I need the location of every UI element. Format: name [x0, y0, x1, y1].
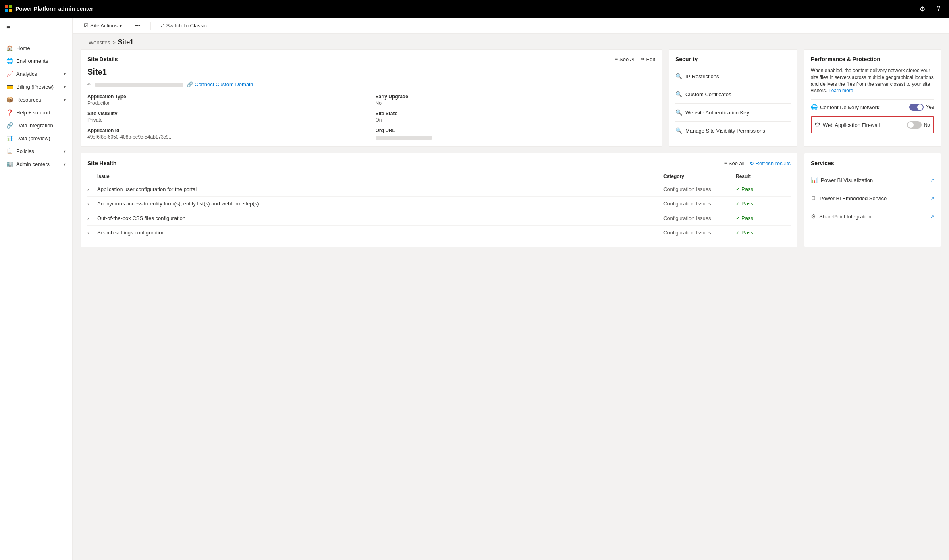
hamburger-menu[interactable]: ≡	[0, 21, 72, 35]
sidebar-label-admin-centers: Admin centers	[16, 161, 60, 167]
connect-domain-link[interactable]: 🔗 Connect Custom Domain	[187, 81, 253, 87]
waf-toggle-row: 🛡 Web Application Firewall No	[811, 116, 934, 133]
custom-certs-label: Custom Certificates	[685, 91, 731, 97]
security-item-website-auth-key[interactable]: 🔍 Website Authentication Key	[675, 104, 791, 122]
more-actions-button[interactable]: •••	[132, 21, 144, 30]
breadcrumb-separator: >	[112, 39, 116, 46]
site-health-title: Site Health	[87, 160, 116, 166]
url-edit-icon: ✏	[87, 82, 91, 87]
site-details-actions: ≡ See All ✏ Edit	[615, 56, 655, 62]
main-content: ☑ Site Actions ▾ ••• ⇌ Switch To Classic…	[73, 18, 949, 560]
connect-domain-icon: 🔗	[187, 81, 193, 87]
security-card: Security 🔍 IP Restrictions 🔍 Custom Cert…	[669, 49, 797, 147]
refresh-icon: ↻	[750, 160, 754, 166]
waf-toggle-switch[interactable]	[907, 121, 922, 129]
sidebar-item-help[interactable]: ❓ Help + support	[0, 106, 72, 119]
expand-row-2[interactable]: ›	[87, 216, 97, 221]
detail-app-type-value: Production	[87, 100, 368, 106]
service-item-power-bi-viz[interactable]: 📊 Power BI Visualization ↗	[811, 171, 934, 189]
site-actions-button[interactable]: ☑ Site Actions ▾	[81, 21, 125, 30]
topbar: Power Platform admin center ⚙ ?	[0, 0, 949, 18]
health-result-0: ✓ Pass	[736, 186, 784, 192]
site-details-card: Site Details ≡ See All ✏ Edit	[81, 49, 662, 147]
health-table-wrapper: Issue Category Result › Application user…	[87, 171, 791, 240]
health-issue-2: Out-of-the-box CSS files configuration	[97, 215, 663, 221]
site-health-actions: ≡ See all ↻ Refresh results	[724, 160, 791, 166]
health-table: Issue Category Result › Application user…	[87, 171, 791, 240]
detail-app-id-value: 49ef6f8b-6050-408b-be9c-54ab173c9...	[87, 134, 368, 140]
security-item-ip-restrictions[interactable]: 🔍 IP Restrictions	[675, 67, 791, 85]
edit-icon: ✏	[641, 56, 645, 62]
sidebar-nav: 🏠 Home 🌐 Environments 📈 Analytics ▾ 💳 Bi…	[0, 38, 72, 174]
refresh-label: Refresh results	[756, 160, 791, 166]
learn-more-link[interactable]: Learn more	[829, 88, 853, 93]
health-category-1: Configuration Issues	[663, 201, 736, 207]
sidebar-item-admin-centers[interactable]: 🏢 Admin centers ▾	[0, 158, 72, 170]
health-category-3: Configuration Issues	[663, 230, 736, 236]
services-title: Services	[811, 160, 834, 166]
action-bar-divider	[150, 22, 151, 30]
health-check-icon-1: ✓	[736, 201, 740, 207]
switch-classic-button[interactable]: ⇌ Switch To Classic	[157, 21, 210, 30]
sidebar-item-resources[interactable]: 📦 Resources ▾	[0, 93, 72, 106]
cdn-toggle-value: Yes	[909, 104, 934, 111]
sidebar-item-data-preview[interactable]: 📊 Data (preview)	[0, 132, 72, 145]
detail-app-id-label: Application Id	[87, 128, 368, 133]
security-title: Security	[675, 56, 698, 62]
health-issue-3: Search settings configuration	[97, 230, 663, 236]
col-issue: Issue	[97, 174, 663, 179]
resources-chevron: ▾	[64, 97, 66, 102]
admin-centers-icon: 🏢	[6, 161, 13, 167]
custom-certs-icon: 🔍	[675, 91, 682, 97]
settings-icon[interactable]: ⚙	[917, 3, 928, 15]
service-item-sharepoint[interactable]: ⚙ SharePoint Integration ↗	[811, 207, 934, 225]
site-name: Site1	[87, 67, 655, 77]
sidebar-item-data-integration[interactable]: 🔗 Data integration	[0, 119, 72, 132]
refresh-results-button[interactable]: ↻ Refresh results	[750, 160, 791, 166]
performance-description: When enabled, the content delivery netwo…	[811, 67, 934, 94]
expand-row-3[interactable]: ›	[87, 230, 97, 235]
sharepoint-label: SharePoint Integration	[819, 214, 927, 220]
health-row-3: › Search settings configuration Configur…	[87, 226, 791, 240]
performance-header: Performance & Protection	[811, 56, 934, 62]
site-actions-chevron: ▾	[119, 23, 122, 29]
detail-site-visibility: Site Visibility Private	[87, 111, 368, 123]
power-bi-embedded-icon: 🖥	[811, 195, 816, 201]
sidebar-item-analytics[interactable]: 📈 Analytics ▾	[0, 67, 72, 80]
expand-row-1[interactable]: ›	[87, 201, 97, 206]
health-row-1: › Anonymous access to entity form(s), en…	[87, 197, 791, 211]
bottom-cards-row: Site Health ≡ See all ↻ Refresh results	[81, 153, 941, 247]
detail-site-visibility-value: Private	[87, 117, 368, 123]
security-item-manage-visibility[interactable]: 🔍 Manage Site Visibility Permissions	[675, 122, 791, 139]
power-bi-viz-label: Power BI Visualization	[821, 177, 927, 183]
health-row-0: › Application user configuration for the…	[87, 182, 791, 197]
service-item-power-bi-embedded[interactable]: 🖥 Power BI Embedded Service ↗	[811, 189, 934, 207]
see-all-health-label: See all	[729, 160, 745, 166]
site-url-row: ✏ 🔗 Connect Custom Domain	[87, 81, 655, 87]
sidebar-label-policies: Policies	[16, 148, 60, 154]
col-result: Result	[736, 174, 784, 179]
admin-centers-chevron: ▾	[64, 162, 66, 166]
sidebar-item-home[interactable]: 🏠 Home	[0, 41, 72, 54]
sidebar-item-billing[interactable]: 💳 Billing (Preview) ▾	[0, 80, 72, 93]
cdn-label-text: Content Delivery Network	[820, 104, 879, 110]
help-icon[interactable]: ?	[933, 3, 944, 15]
cdn-toggle-switch[interactable]	[909, 104, 924, 111]
sidebar-item-environments[interactable]: 🌐 Environments	[0, 54, 72, 67]
security-item-custom-certs[interactable]: 🔍 Custom Certificates	[675, 85, 791, 104]
cdn-toggle-row: 🌐 Content Delivery Network Yes	[811, 99, 934, 115]
sidebar-label-help: Help + support	[16, 110, 66, 116]
site-actions-checkbox-icon: ☑	[84, 23, 89, 29]
col-expand	[87, 174, 97, 179]
website-auth-key-label: Website Authentication Key	[685, 110, 749, 116]
see-all-button[interactable]: ≡ See All	[615, 56, 636, 62]
health-result-text-1: Pass	[741, 201, 753, 207]
health-check-icon-2: ✓	[736, 216, 740, 221]
see-all-health-button[interactable]: ≡ See all	[724, 160, 745, 166]
edit-button[interactable]: ✏ Edit	[641, 56, 655, 62]
expand-row-0[interactable]: ›	[87, 187, 97, 192]
analytics-icon: 📈	[6, 71, 13, 77]
sidebar-item-policies[interactable]: 📋 Policies ▾	[0, 145, 72, 158]
microsoft-grid-icon	[5, 5, 12, 12]
breadcrumb-parent[interactable]: Websites	[89, 39, 110, 46]
